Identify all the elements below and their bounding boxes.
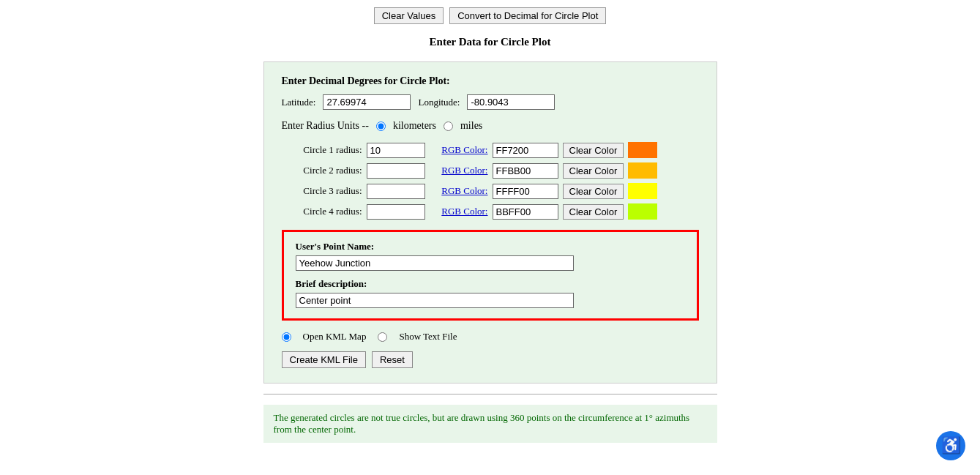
circle-3-row: Circle 3 radius: RGB Color: Clear Color	[282, 183, 699, 199]
circle-1-rgb-link[interactable]: RGB Color:	[441, 144, 487, 155]
circle-1-clear-button[interactable]: Clear Color	[563, 143, 624, 158]
kilometers-label: kilometers	[393, 120, 436, 132]
circle-3-rgb-link[interactable]: RGB Color:	[441, 185, 487, 196]
circle-4-radius-input[interactable]	[367, 204, 425, 220]
circle-1-radius-input[interactable]	[367, 143, 425, 158]
circle-4-row: Circle 4 radius: RGB Color: Clear Color	[282, 203, 699, 220]
circle-2-radius-input[interactable]	[367, 163, 425, 179]
longitude-label: Longitude:	[418, 97, 460, 108]
circle-3-rgb-input[interactable]	[493, 184, 558, 199]
circle-4-rgb-link[interactable]: RGB Color:	[441, 206, 487, 217]
longitude-input[interactable]	[467, 94, 555, 110]
section-label: Enter Decimal Degrees for Circle Plot:	[282, 75, 699, 87]
kilometers-radio[interactable]	[376, 121, 386, 131]
latitude-input[interactable]	[323, 94, 411, 110]
miles-label: miles	[460, 120, 482, 132]
description-input[interactable]	[296, 293, 574, 308]
circle-3-rgb-label: RGB Color:	[430, 185, 488, 197]
highlighted-user-info-box: User's Point Name: Brief description:	[282, 230, 699, 321]
note-text: The generated circles are not true circl…	[263, 405, 717, 443]
point-name-label: User's Point Name:	[296, 241, 685, 253]
circle-2-rgb-input[interactable]	[493, 163, 558, 179]
circle-3-color-swatch	[628, 183, 657, 199]
output-options-row: Open KML Map Show Text File	[282, 331, 699, 343]
circle-2-clear-button[interactable]: Clear Color	[563, 163, 624, 179]
circle-4-rgb-label: RGB Color:	[430, 206, 488, 217]
open-kml-radio[interactable]	[282, 332, 291, 342]
show-text-radio[interactable]	[378, 332, 387, 342]
circle-2-color-swatch	[628, 162, 657, 179]
circle-2-rgb-label: RGB Color:	[430, 165, 488, 176]
page-title: Enter Data for Circle Plot	[430, 36, 551, 48]
clear-values-button[interactable]: Clear Values	[374, 7, 444, 24]
reset-button[interactable]: Reset	[372, 351, 413, 368]
circle-1-rgb-input[interactable]	[493, 143, 558, 158]
circle-4-clear-button[interactable]: Clear Color	[563, 204, 624, 220]
convert-button[interactable]: Convert to Decimal for Circle Plot	[449, 7, 606, 24]
circle-4-color-swatch	[628, 203, 657, 220]
action-buttons: Create KML File Reset	[282, 351, 699, 368]
latitude-label: Latitude:	[282, 97, 316, 108]
create-kml-button[interactable]: Create KML File	[282, 351, 366, 368]
radius-units-label: Enter Radius Units --	[282, 120, 369, 132]
circle-2-label: Circle 2 radius:	[282, 165, 362, 176]
circle-1-rgb-label: RGB Color:	[430, 144, 488, 156]
circle-3-label: Circle 3 radius:	[282, 185, 362, 197]
circle-2-rgb-link[interactable]: RGB Color:	[441, 165, 487, 176]
circle-1-color-swatch	[628, 142, 657, 158]
circle-1-label: Circle 1 radius:	[282, 144, 362, 156]
description-label: Brief description:	[296, 278, 685, 290]
circle-4-rgb-input[interactable]	[493, 204, 558, 220]
open-kml-label: Open KML Map	[303, 331, 367, 343]
divider	[263, 394, 717, 394]
point-name-input[interactable]	[296, 255, 574, 271]
circle-3-radius-input[interactable]	[367, 184, 425, 199]
show-text-label: Show Text File	[399, 331, 457, 343]
circle-2-row: Circle 2 radius: RGB Color: Clear Color	[282, 162, 699, 179]
miles-radio[interactable]	[444, 121, 453, 131]
circle-3-clear-button[interactable]: Clear Color	[563, 184, 624, 199]
circle-4-label: Circle 4 radius:	[282, 206, 362, 217]
circle-1-row: Circle 1 radius: RGB Color: Clear Color	[282, 142, 699, 158]
circles-table: Circle 1 radius: RGB Color: Clear Color …	[282, 142, 699, 220]
